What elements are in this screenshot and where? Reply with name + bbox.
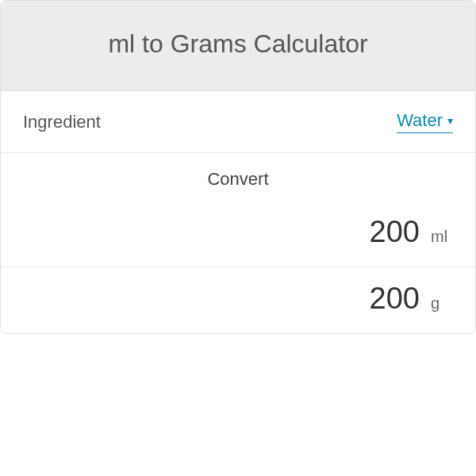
calculator-widget: ml to Grams Calculator Ingredient Water … <box>0 0 476 334</box>
ingredient-row: Ingredient Water ▾ <box>1 91 475 153</box>
volume-value: 200 <box>370 215 420 249</box>
convert-section-header: Convert <box>1 153 475 201</box>
ingredient-label: Ingredient <box>23 112 101 132</box>
page-title: ml to Grams Calculator <box>17 29 459 59</box>
volume-unit: ml <box>431 228 453 246</box>
mass-value: 200 <box>370 282 420 316</box>
convert-label: Convert <box>207 169 268 189</box>
mass-row[interactable]: 200 g <box>1 267 475 333</box>
ingredient-selected: Water <box>397 110 443 131</box>
mass-unit: g <box>431 294 453 313</box>
ingredient-dropdown[interactable]: Water ▾ <box>397 110 453 133</box>
volume-row[interactable]: 200 ml <box>1 201 475 267</box>
chevron-down-icon: ▾ <box>447 115 453 126</box>
calculator-header: ml to Grams Calculator <box>1 1 475 91</box>
